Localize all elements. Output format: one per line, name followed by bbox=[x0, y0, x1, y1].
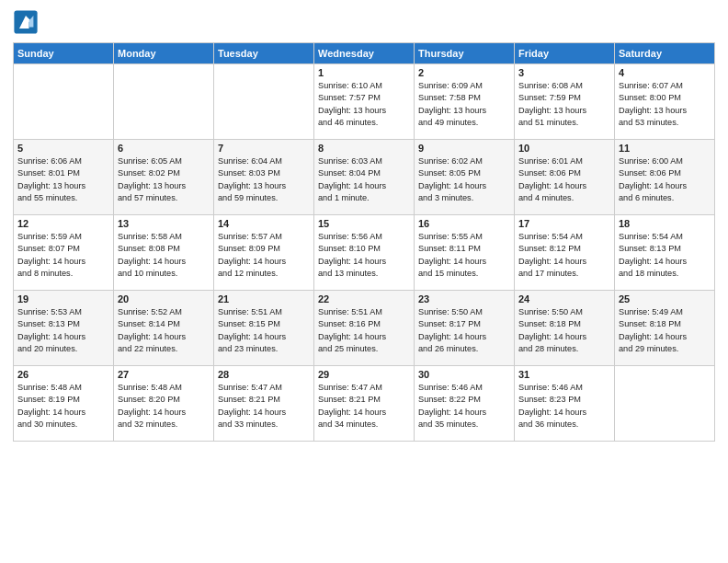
day-cell: 31Sunrise: 5:46 AM Sunset: 8:23 PM Dayli… bbox=[515, 366, 615, 442]
day-cell: 23Sunrise: 5:50 AM Sunset: 8:17 PM Dayli… bbox=[415, 291, 515, 366]
col-header-saturday: Saturday bbox=[615, 43, 715, 64]
day-cell: 6Sunrise: 6:05 AM Sunset: 8:02 PM Daylig… bbox=[114, 140, 214, 215]
day-cell: 15Sunrise: 5:56 AM Sunset: 8:10 PM Dayli… bbox=[314, 215, 415, 291]
day-number: 20 bbox=[118, 293, 210, 304]
day-cell: 26Sunrise: 5:48 AM Sunset: 8:19 PM Dayli… bbox=[14, 366, 114, 442]
day-number: 24 bbox=[518, 293, 610, 304]
day-cell bbox=[14, 64, 114, 140]
day-info: Sunrise: 5:51 AM Sunset: 8:15 PM Dayligh… bbox=[218, 306, 310, 355]
day-info: Sunrise: 5:46 AM Sunset: 8:23 PM Dayligh… bbox=[518, 382, 610, 431]
day-number: 2 bbox=[418, 67, 510, 78]
logo-icon bbox=[13, 9, 39, 35]
day-cell: 10Sunrise: 6:01 AM Sunset: 8:06 PM Dayli… bbox=[515, 140, 615, 215]
col-header-thursday: Thursday bbox=[415, 43, 515, 64]
day-cell: 27Sunrise: 5:48 AM Sunset: 8:20 PM Dayli… bbox=[114, 366, 214, 442]
day-cell: 14Sunrise: 5:57 AM Sunset: 8:09 PM Dayli… bbox=[214, 215, 314, 291]
day-info: Sunrise: 6:09 AM Sunset: 7:58 PM Dayligh… bbox=[418, 80, 510, 129]
day-info: Sunrise: 5:48 AM Sunset: 8:20 PM Dayligh… bbox=[118, 382, 210, 431]
week-row-1: 1Sunrise: 6:10 AM Sunset: 7:57 PM Daylig… bbox=[14, 64, 715, 140]
day-number: 11 bbox=[619, 143, 711, 154]
day-cell bbox=[214, 64, 314, 140]
day-cell: 2Sunrise: 6:09 AM Sunset: 7:58 PM Daylig… bbox=[415, 64, 515, 140]
day-number: 14 bbox=[218, 218, 310, 229]
week-row-2: 5Sunrise: 6:06 AM Sunset: 8:01 PM Daylig… bbox=[14, 140, 715, 215]
day-info: Sunrise: 5:47 AM Sunset: 8:21 PM Dayligh… bbox=[318, 382, 410, 431]
day-info: Sunrise: 5:55 AM Sunset: 8:11 PM Dayligh… bbox=[418, 231, 510, 280]
day-info: Sunrise: 5:58 AM Sunset: 8:08 PM Dayligh… bbox=[118, 231, 210, 280]
page: SundayMondayTuesdayWednesdayThursdayFrid… bbox=[0, 0, 728, 563]
day-number: 29 bbox=[318, 369, 410, 380]
header bbox=[13, 9, 715, 35]
day-info: Sunrise: 6:07 AM Sunset: 8:00 PM Dayligh… bbox=[619, 80, 711, 129]
day-number: 27 bbox=[118, 369, 210, 380]
day-cell: 11Sunrise: 6:00 AM Sunset: 8:06 PM Dayli… bbox=[615, 140, 715, 215]
day-number: 21 bbox=[218, 293, 310, 304]
col-header-monday: Monday bbox=[114, 43, 214, 64]
day-number: 7 bbox=[218, 143, 310, 154]
day-cell: 9Sunrise: 6:02 AM Sunset: 8:05 PM Daylig… bbox=[415, 140, 515, 215]
day-info: Sunrise: 5:47 AM Sunset: 8:21 PM Dayligh… bbox=[218, 382, 310, 431]
day-number: 26 bbox=[17, 369, 109, 380]
day-cell: 19Sunrise: 5:53 AM Sunset: 8:13 PM Dayli… bbox=[14, 291, 114, 366]
day-cell: 30Sunrise: 5:46 AM Sunset: 8:22 PM Dayli… bbox=[415, 366, 515, 442]
day-cell: 20Sunrise: 5:52 AM Sunset: 8:14 PM Dayli… bbox=[114, 291, 214, 366]
day-cell: 7Sunrise: 6:04 AM Sunset: 8:03 PM Daylig… bbox=[214, 140, 314, 215]
day-info: Sunrise: 6:08 AM Sunset: 7:59 PM Dayligh… bbox=[518, 80, 610, 129]
day-cell: 13Sunrise: 5:58 AM Sunset: 8:08 PM Dayli… bbox=[114, 215, 214, 291]
day-info: Sunrise: 6:00 AM Sunset: 8:06 PM Dayligh… bbox=[619, 155, 711, 204]
day-cell: 24Sunrise: 5:50 AM Sunset: 8:18 PM Dayli… bbox=[515, 291, 615, 366]
day-number: 4 bbox=[619, 67, 711, 78]
day-cell: 16Sunrise: 5:55 AM Sunset: 8:11 PM Dayli… bbox=[415, 215, 515, 291]
day-cell: 12Sunrise: 5:59 AM Sunset: 8:07 PM Dayli… bbox=[14, 215, 114, 291]
day-number: 18 bbox=[619, 218, 711, 229]
day-info: Sunrise: 5:46 AM Sunset: 8:22 PM Dayligh… bbox=[418, 382, 510, 431]
day-number: 23 bbox=[418, 293, 510, 304]
day-number: 5 bbox=[17, 143, 109, 154]
day-info: Sunrise: 5:50 AM Sunset: 8:17 PM Dayligh… bbox=[418, 306, 510, 355]
day-info: Sunrise: 6:04 AM Sunset: 8:03 PM Dayligh… bbox=[218, 155, 310, 204]
day-number: 12 bbox=[17, 218, 109, 229]
day-info: Sunrise: 5:50 AM Sunset: 8:18 PM Dayligh… bbox=[518, 306, 610, 355]
day-cell: 21Sunrise: 5:51 AM Sunset: 8:15 PM Dayli… bbox=[214, 291, 314, 366]
day-info: Sunrise: 5:49 AM Sunset: 8:18 PM Dayligh… bbox=[619, 306, 711, 355]
calendar-table: SundayMondayTuesdayWednesdayThursdayFrid… bbox=[13, 42, 715, 442]
day-number: 30 bbox=[418, 369, 510, 380]
day-number: 17 bbox=[518, 218, 610, 229]
day-info: Sunrise: 5:52 AM Sunset: 8:14 PM Dayligh… bbox=[118, 306, 210, 355]
day-info: Sunrise: 5:51 AM Sunset: 8:16 PM Dayligh… bbox=[318, 306, 410, 355]
day-cell: 29Sunrise: 5:47 AM Sunset: 8:21 PM Dayli… bbox=[314, 366, 415, 442]
day-number: 25 bbox=[619, 293, 711, 304]
day-info: Sunrise: 5:48 AM Sunset: 8:19 PM Dayligh… bbox=[17, 382, 109, 431]
calendar-header-row: SundayMondayTuesdayWednesdayThursdayFrid… bbox=[14, 43, 715, 64]
day-cell bbox=[114, 64, 214, 140]
day-info: Sunrise: 5:59 AM Sunset: 8:07 PM Dayligh… bbox=[17, 231, 109, 280]
day-info: Sunrise: 6:06 AM Sunset: 8:01 PM Dayligh… bbox=[17, 155, 109, 204]
day-info: Sunrise: 6:01 AM Sunset: 8:06 PM Dayligh… bbox=[518, 155, 610, 204]
week-row-4: 19Sunrise: 5:53 AM Sunset: 8:13 PM Dayli… bbox=[14, 291, 715, 366]
col-header-wednesday: Wednesday bbox=[314, 43, 415, 64]
day-info: Sunrise: 5:54 AM Sunset: 8:12 PM Dayligh… bbox=[518, 231, 610, 280]
col-header-sunday: Sunday bbox=[14, 43, 114, 64]
day-cell: 4Sunrise: 6:07 AM Sunset: 8:00 PM Daylig… bbox=[615, 64, 715, 140]
day-number: 31 bbox=[518, 369, 610, 380]
day-info: Sunrise: 5:57 AM Sunset: 8:09 PM Dayligh… bbox=[218, 231, 310, 280]
day-info: Sunrise: 5:53 AM Sunset: 8:13 PM Dayligh… bbox=[17, 306, 109, 355]
day-number: 13 bbox=[118, 218, 210, 229]
day-cell: 28Sunrise: 5:47 AM Sunset: 8:21 PM Dayli… bbox=[214, 366, 314, 442]
day-info: Sunrise: 6:05 AM Sunset: 8:02 PM Dayligh… bbox=[118, 155, 210, 204]
day-info: Sunrise: 6:10 AM Sunset: 7:57 PM Dayligh… bbox=[318, 80, 410, 129]
day-cell: 25Sunrise: 5:49 AM Sunset: 8:18 PM Dayli… bbox=[615, 291, 715, 366]
week-row-5: 26Sunrise: 5:48 AM Sunset: 8:19 PM Dayli… bbox=[14, 366, 715, 442]
day-cell: 1Sunrise: 6:10 AM Sunset: 7:57 PM Daylig… bbox=[314, 64, 415, 140]
day-number: 6 bbox=[118, 143, 210, 154]
day-number: 10 bbox=[518, 143, 610, 154]
day-number: 1 bbox=[318, 67, 410, 78]
day-info: Sunrise: 5:56 AM Sunset: 8:10 PM Dayligh… bbox=[318, 231, 410, 280]
col-header-friday: Friday bbox=[515, 43, 615, 64]
day-info: Sunrise: 6:02 AM Sunset: 8:05 PM Dayligh… bbox=[418, 155, 510, 204]
day-number: 9 bbox=[418, 143, 510, 154]
day-cell bbox=[615, 366, 715, 442]
day-number: 8 bbox=[318, 143, 410, 154]
day-number: 19 bbox=[17, 293, 109, 304]
day-number: 15 bbox=[318, 218, 410, 229]
